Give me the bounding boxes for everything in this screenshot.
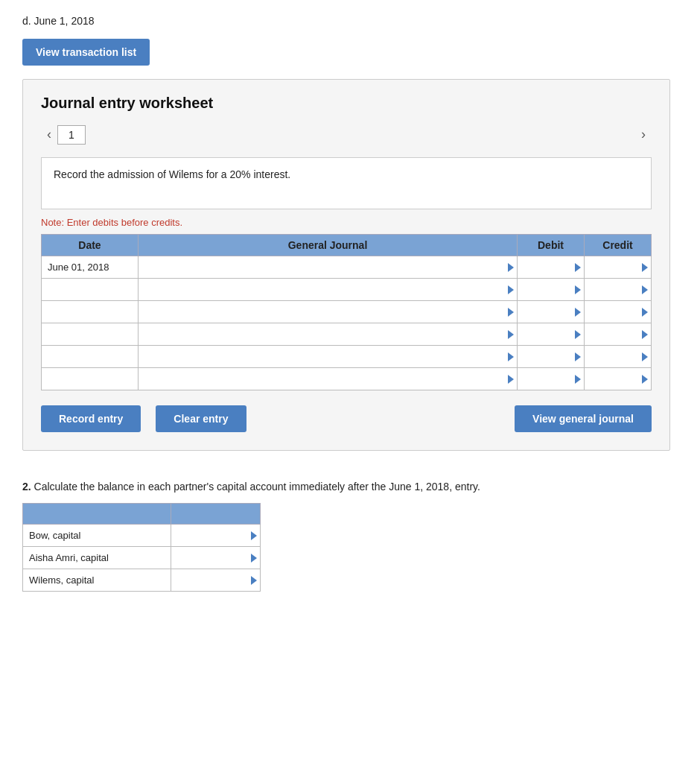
cell-arrow-icon	[508, 285, 514, 294]
capital-label: Aisha Amri, capital	[23, 547, 171, 569]
credit-cell[interactable]	[585, 346, 652, 368]
cell-arrow-icon	[508, 263, 514, 272]
cell-arrow-icon	[642, 263, 648, 272]
table-row	[42, 368, 652, 390]
debit-cell[interactable]	[518, 323, 585, 346]
debit-cell[interactable]	[518, 256, 585, 279]
cell-arrow-icon	[251, 554, 257, 563]
credit-cell[interactable]	[585, 279, 652, 301]
debit-cell[interactable]	[518, 346, 585, 368]
header-date: Date	[42, 235, 139, 256]
date-cell[interactable]: June 01, 2018	[42, 256, 139, 279]
worksheet-title: Journal entry worksheet	[41, 95, 652, 112]
capital-value-cell[interactable]	[171, 547, 261, 569]
tab-number[interactable]: 1	[57, 125, 86, 145]
table-row	[42, 279, 652, 301]
cell-arrow-icon	[575, 285, 581, 294]
instruction-box: Record the admission of Wilems for a 20%…	[41, 157, 652, 209]
journal-cell[interactable]	[139, 346, 518, 368]
section2-text: Calculate the balance in each partner's …	[34, 481, 480, 493]
action-buttons-row: Record entry Clear entry View general jo…	[41, 405, 652, 432]
table-row	[42, 301, 652, 323]
capital-table: Bow, capitalAisha Amri, capitalWilems, c…	[22, 503, 261, 592]
cell-arrow-icon	[251, 576, 257, 585]
debit-cell[interactable]	[518, 301, 585, 323]
cell-arrow-icon	[575, 330, 581, 339]
capital-header-value	[171, 504, 261, 525]
cell-arrow-icon	[642, 285, 648, 294]
list-item: Wilems, capital	[23, 569, 261, 592]
credit-cell[interactable]	[585, 256, 652, 279]
date-cell[interactable]	[42, 346, 139, 368]
list-item: Bow, capital	[23, 525, 261, 547]
journal-cell[interactable]	[139, 279, 518, 301]
debit-cell[interactable]	[518, 368, 585, 390]
header-debit: Debit	[518, 235, 585, 256]
capital-value-cell[interactable]	[171, 525, 261, 547]
cell-arrow-icon	[508, 308, 514, 317]
section2-number: 2.	[22, 481, 31, 493]
worksheet-container: Journal entry worksheet ‹ 1 › Record the…	[22, 79, 670, 451]
date-cell[interactable]	[42, 323, 139, 346]
page-label: d. June 1, 2018	[22, 15, 678, 27]
cell-arrow-icon	[642, 308, 648, 317]
section2: 2. Calculate the balance in each partner…	[22, 481, 678, 592]
debit-cell[interactable]	[518, 279, 585, 301]
cell-arrow-icon	[251, 531, 257, 540]
cell-arrow-icon	[508, 352, 514, 361]
journal-cell[interactable]	[139, 256, 518, 279]
cell-arrow-icon	[642, 375, 648, 384]
cell-arrow-icon	[575, 352, 581, 361]
credit-cell[interactable]	[585, 368, 652, 390]
cell-arrow-icon	[642, 352, 648, 361]
view-transaction-button[interactable]: View transaction list	[22, 39, 150, 66]
header-general-journal: General Journal	[139, 235, 518, 256]
tab-navigation: ‹ 1 ›	[41, 124, 652, 145]
view-general-journal-button[interactable]: View general journal	[515, 405, 652, 432]
section2-title: 2. Calculate the balance in each partner…	[22, 481, 678, 493]
journal-cell[interactable]	[139, 368, 518, 390]
table-row	[42, 323, 652, 346]
credit-cell[interactable]	[585, 301, 652, 323]
journal-table: Date General Journal Debit Credit June 0…	[41, 234, 652, 390]
date-cell[interactable]	[42, 279, 139, 301]
prev-tab-arrow[interactable]: ‹	[41, 124, 57, 145]
journal-cell[interactable]	[139, 301, 518, 323]
date-cell[interactable]	[42, 301, 139, 323]
table-row: June 01, 2018	[42, 256, 652, 279]
record-entry-button[interactable]: Record entry	[41, 405, 141, 432]
cell-arrow-icon	[575, 263, 581, 272]
cell-arrow-icon	[642, 330, 648, 339]
credit-cell[interactable]	[585, 323, 652, 346]
next-tab-arrow[interactable]: ›	[635, 124, 652, 145]
header-credit: Credit	[585, 235, 652, 256]
clear-entry-button[interactable]: Clear entry	[156, 405, 246, 432]
capital-value-cell[interactable]	[171, 569, 261, 592]
cell-arrow-icon	[575, 375, 581, 384]
cell-arrow-icon	[508, 375, 514, 384]
journal-cell[interactable]	[139, 323, 518, 346]
cell-arrow-icon	[575, 308, 581, 317]
table-row	[42, 346, 652, 368]
note-text: Note: Enter debits before credits.	[41, 217, 652, 228]
capital-label: Wilems, capital	[23, 569, 171, 592]
cell-arrow-icon	[508, 330, 514, 339]
date-cell[interactable]	[42, 368, 139, 390]
list-item: Aisha Amri, capital	[23, 547, 261, 569]
capital-header-empty	[23, 504, 171, 525]
capital-label: Bow, capital	[23, 525, 171, 547]
